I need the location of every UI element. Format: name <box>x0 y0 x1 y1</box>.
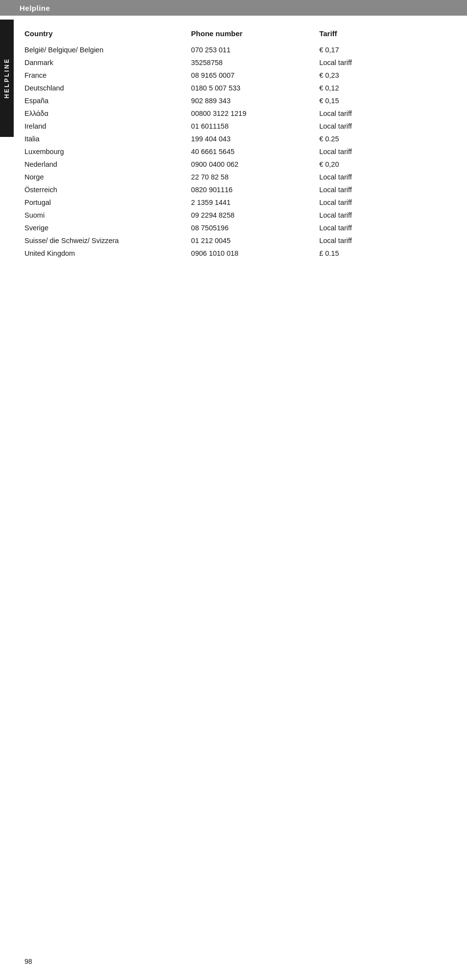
cell-tariff: € 0,20 <box>319 158 447 171</box>
cell-country: United Kingdom <box>24 247 191 260</box>
cell-tariff: Local tariff <box>319 56 447 69</box>
cell-country: Danmark <box>24 56 191 69</box>
cell-phone: 08 9165 0007 <box>191 69 319 82</box>
table-row: United Kingdom0906 1010 018£ 0.15 <box>24 247 447 260</box>
sidebar-helpline: HELPLINE <box>0 20 14 137</box>
cell-country: Suisse/ die Schweiz/ Svizzera <box>24 234 191 247</box>
cell-tariff: € 0.25 <box>319 133 447 145</box>
cell-tariff: € 0,17 <box>319 44 447 56</box>
table-row: Norge22 70 82 58Local tariff <box>24 171 447 183</box>
table-row: België/ Belgique/ Belgien070 253 011€ 0,… <box>24 44 447 56</box>
cell-country: Suomi <box>24 209 191 222</box>
cell-phone: 902 889 343 <box>191 94 319 107</box>
cell-phone: 00800 3122 1219 <box>191 107 319 120</box>
cell-country: België/ Belgique/ Belgien <box>24 44 191 56</box>
cell-country: Luxembourg <box>24 145 191 158</box>
page-title: Helpline <box>20 4 50 12</box>
cell-tariff: £ 0.15 <box>319 247 447 260</box>
cell-tariff: € 0,12 <box>319 82 447 94</box>
cell-phone: 22 70 82 58 <box>191 171 319 183</box>
cell-tariff: Local tariff <box>319 107 447 120</box>
table-row: Ελλάδα00800 3122 1219Local tariff <box>24 107 447 120</box>
column-header-phone: Phone number <box>191 25 319 44</box>
cell-phone: 2 1359 1441 <box>191 196 319 209</box>
cell-tariff: Local tariff <box>319 209 447 222</box>
table-row: Portugal2 1359 1441Local tariff <box>24 196 447 209</box>
cell-phone: 40 6661 5645 <box>191 145 319 158</box>
table-header-row: Country Phone number Tariff <box>24 25 447 44</box>
cell-tariff: Local tariff <box>319 120 447 133</box>
cell-tariff: Local tariff <box>319 171 447 183</box>
cell-phone: 09 2294 8258 <box>191 209 319 222</box>
cell-phone: 199 404 043 <box>191 133 319 145</box>
cell-tariff: Local tariff <box>319 196 447 209</box>
cell-phone: 01 212 0045 <box>191 234 319 247</box>
cell-country: Deutschland <box>24 82 191 94</box>
cell-phone: 070 253 011 <box>191 44 319 56</box>
table-row: Sverige08 7505196Local tariff <box>24 222 447 234</box>
cell-tariff: Local tariff <box>319 222 447 234</box>
table-row: Deutschland0180 5 007 533€ 0,12 <box>24 82 447 94</box>
cell-country: Österreich <box>24 183 191 196</box>
helpline-table: Country Phone number Tariff België/ Belg… <box>24 25 447 260</box>
sidebar-label-text: HELPLINE <box>3 58 10 98</box>
cell-phone: 0906 1010 018 <box>191 247 319 260</box>
table-row: France08 9165 0007€ 0,23 <box>24 69 447 82</box>
cell-tariff: Local tariff <box>319 145 447 158</box>
cell-country: Nederland <box>24 158 191 171</box>
cell-phone: 08 7505196 <box>191 222 319 234</box>
header-bar: Helpline <box>0 0 467 16</box>
table-row: Luxembourg40 6661 5645Local tariff <box>24 145 447 158</box>
cell-tariff: Local tariff <box>319 183 447 196</box>
table-row: Ireland01 6011158Local tariff <box>24 120 447 133</box>
cell-tariff: Local tariff <box>319 234 447 247</box>
cell-country: España <box>24 94 191 107</box>
table-row: Suomi09 2294 8258Local tariff <box>24 209 447 222</box>
cell-phone: 0820 901116 <box>191 183 319 196</box>
cell-country: Sverige <box>24 222 191 234</box>
column-header-tariff: Tariff <box>319 25 447 44</box>
cell-country: Ελλάδα <box>24 107 191 120</box>
table-row: Italia199 404 043€ 0.25 <box>24 133 447 145</box>
table-row: Nederland0900 0400 062€ 0,20 <box>24 158 447 171</box>
cell-phone: 0900 0400 062 <box>191 158 319 171</box>
cell-phone: 01 6011158 <box>191 120 319 133</box>
cell-tariff: € 0,15 <box>319 94 447 107</box>
cell-phone: 0180 5 007 533 <box>191 82 319 94</box>
cell-country: Portugal <box>24 196 191 209</box>
page-number: 98 <box>24 958 32 965</box>
table-row: España902 889 343€ 0,15 <box>24 94 447 107</box>
page-container: Helpline HELPLINE Country Phone number T… <box>0 0 467 980</box>
cell-phone: 35258758 <box>191 56 319 69</box>
cell-country: Norge <box>24 171 191 183</box>
cell-country: Italia <box>24 133 191 145</box>
table-row: Österreich0820 901116Local tariff <box>24 183 447 196</box>
cell-tariff: € 0,23 <box>319 69 447 82</box>
column-header-country: Country <box>24 25 191 44</box>
content-area: Country Phone number Tariff België/ Belg… <box>0 16 467 279</box>
table-row: Danmark35258758Local tariff <box>24 56 447 69</box>
cell-country: France <box>24 69 191 82</box>
table-row: Suisse/ die Schweiz/ Svizzera01 212 0045… <box>24 234 447 247</box>
cell-country: Ireland <box>24 120 191 133</box>
